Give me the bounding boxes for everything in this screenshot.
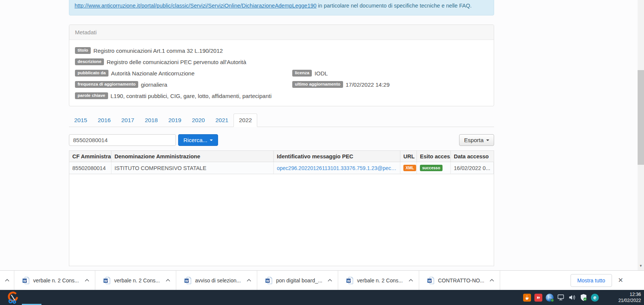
info-banner-text: in particolare nel documento di specific… xyxy=(316,3,472,9)
chevron-down-icon xyxy=(210,139,213,141)
main-content: http://www.anticorruzione.it/portal/publ… xyxy=(69,0,494,270)
tab-2017[interactable]: 2017 xyxy=(116,113,139,127)
ultimo-aggiornamento-value: 17/02/2022 14:29 xyxy=(346,81,390,88)
cell-denominazione: ISTITUTO COMPRENSIVO STATALE xyxy=(111,162,274,174)
download-item[interactable]: W pon digital board_....doc xyxy=(257,271,338,290)
clock-date: 21/02/2022 xyxy=(618,297,641,303)
scrollbar-thumb[interactable] xyxy=(638,70,644,165)
word-doc-icon: W xyxy=(266,277,272,284)
scrollbar-down-arrow[interactable]: ▼ xyxy=(638,263,644,268)
tab-2018[interactable]: 2018 xyxy=(139,113,163,127)
table-header-row: CF Amministra... Denominazione Amministr… xyxy=(69,151,494,162)
download-item[interactable]: W avviso di selezion....docx xyxy=(176,271,257,290)
svg-text:W: W xyxy=(428,279,431,282)
word-doc-icon: W xyxy=(346,277,353,284)
download-item[interactable]: W verbale n. 2 Cons....docx xyxy=(338,271,419,290)
svg-text:W: W xyxy=(185,279,188,282)
licenza-badge: licenza xyxy=(292,70,312,77)
eset-icon[interactable]: e xyxy=(591,294,599,302)
col-esito-accesso[interactable]: Esito acces... xyxy=(417,151,451,162)
successo-badge: successo xyxy=(420,165,443,171)
defender-shield-icon[interactable] xyxy=(580,294,588,302)
svg-text:W: W xyxy=(347,279,350,282)
chevron-up-icon[interactable] xyxy=(3,276,11,285)
col-url[interactable]: URL xyxy=(400,151,417,162)
meta-row-frequenza: frequenza di aggiornamento giornaliera u… xyxy=(75,79,488,90)
globe-status-dot xyxy=(551,299,554,302)
meta-row-licenza: licenza IODL xyxy=(292,67,328,79)
tab-2015[interactable]: 2015 xyxy=(69,113,92,127)
display-network-icon[interactable] xyxy=(557,294,565,302)
tab-2016[interactable]: 2016 xyxy=(92,113,116,127)
cell-data-accesso: 16/02/2022 0... xyxy=(451,162,494,174)
frequenza-badge: frequenza di aggiornamento xyxy=(75,81,138,88)
chevron-up-icon[interactable] xyxy=(407,276,415,285)
globe-app-icon[interactable] xyxy=(546,294,554,302)
year-tabs: 2015 2016 2017 2018 2019 2020 2021 2022 xyxy=(69,114,494,127)
download-item[interactable]: W verbale n. 2 Cons....docx xyxy=(95,271,176,290)
anac-portal-link[interactable]: http://www.anticorruzione.it/portal/publ… xyxy=(75,3,316,9)
chevron-up-icon[interactable] xyxy=(245,276,253,285)
downloads-bar: W verbale n. 2 Cons....docx W verbale n.… xyxy=(0,270,644,290)
tab-2021[interactable]: 2021 xyxy=(210,113,233,127)
word-doc-icon: W xyxy=(104,277,110,284)
col-identificativo-pec[interactable]: Identificativo messaggio PEC xyxy=(274,151,400,162)
meta-row-aggiornamento: ultimo aggiornamento 17/02/2022 14:29 xyxy=(292,79,390,90)
tab-2022-active[interactable]: 2022 xyxy=(233,113,257,127)
chevron-up-icon[interactable] xyxy=(326,276,334,285)
java-icon[interactable] xyxy=(523,294,531,302)
ricerca-button[interactable]: Ricerca... xyxy=(178,134,218,146)
speaker-icon[interactable] xyxy=(568,294,576,302)
metadata-panel-title: Metadati xyxy=(75,29,97,35)
show-all-downloads-button[interactable]: Mostra tutto xyxy=(571,274,612,287)
titolo-value: Registro comunicazioni Art.1 comma 32 L.… xyxy=(93,48,223,54)
cell-cf: 85502080014 xyxy=(69,162,111,174)
chevron-up-icon[interactable] xyxy=(83,276,91,285)
col-cf-amministrazione[interactable]: CF Amministra... xyxy=(69,151,111,162)
chevron-up-icon[interactable] xyxy=(164,276,172,285)
tab-2019[interactable]: 2019 xyxy=(163,113,186,127)
svg-text:W: W xyxy=(23,279,26,282)
table-row: 85502080014 ISTITUTO COMPRENSIVO STATALE… xyxy=(69,162,494,174)
titolo-badge: titolo xyxy=(75,47,91,54)
xml-badge[interactable]: XML xyxy=(403,165,416,171)
taskbar-clock[interactable]: 12:36 21/02/2022 xyxy=(618,290,641,305)
download-filename: CONTRATTO-NO....docx xyxy=(438,277,484,284)
vertical-scrollbar[interactable]: ▼ xyxy=(638,0,644,270)
download-item[interactable]: W verbale n. 2 Cons....docx xyxy=(14,271,95,290)
frequenza-value: giornaliera xyxy=(141,81,167,88)
meta-row-parole-chiave: parole chiave L190, contratti pubblici, … xyxy=(75,90,488,101)
col-denominazione[interactable]: Denominazione Amministrazione xyxy=(111,151,274,162)
results-table: CF Amministra... Denominazione Amministr… xyxy=(69,150,494,266)
chevron-up-icon[interactable] xyxy=(488,276,496,285)
pubblicato-da-value: Autorità Nazionale Anticorruzione xyxy=(111,70,195,77)
clock-time: 12:36 xyxy=(630,291,641,297)
red-app-icon[interactable] xyxy=(534,294,542,302)
pec-message-link[interactable]: opec296.20220126113101.33376.759.1.23@pe… xyxy=(277,165,397,171)
browser-page: http://www.anticorruzione.it/portal/publ… xyxy=(0,0,644,270)
system-tray: e xyxy=(523,290,599,305)
download-filename: pon digital board_....doc xyxy=(276,277,322,284)
svg-text:W: W xyxy=(104,279,107,282)
metadata-panel-body: titolo Registro comunicazioni Art.1 comm… xyxy=(69,40,494,101)
esporta-button[interactable]: Esporta xyxy=(459,134,494,146)
search-input[interactable] xyxy=(69,134,176,146)
chevron-down-icon xyxy=(486,139,489,141)
download-filename: verbale n. 2 Cons....docx xyxy=(33,277,79,284)
metadata-panel-header: Metadati xyxy=(69,25,494,40)
pubblicato-da-badge: pubblicato da xyxy=(75,70,108,77)
download-filename: verbale n. 2 Cons....docx xyxy=(357,277,403,284)
word-doc-icon: W xyxy=(427,277,434,284)
ultimo-aggiornamento-badge: ultimo aggiornamento xyxy=(292,81,343,88)
snipping-tool-icon[interactable] xyxy=(6,291,19,304)
col-data-accesso[interactable]: Data accesso xyxy=(451,151,494,162)
tab-2020[interactable]: 2020 xyxy=(186,113,210,127)
download-item[interactable]: W CONTRATTO-NO....docx xyxy=(419,271,500,290)
windows-taskbar: e 12:36 21/02/2022 xyxy=(0,290,644,305)
download-item-partial[interactable] xyxy=(0,271,14,290)
parole-chiave-value: L190, contratti pubblici, CIG, gare, lot… xyxy=(111,93,272,99)
licenza-value: IODL xyxy=(314,70,328,77)
meta-row-descrizione: descrizione Registro delle comunicazioni… xyxy=(75,56,488,67)
metadata-panel: Metadati titolo Registro comunicazioni A… xyxy=(69,25,494,106)
close-downloads-bar-icon[interactable]: ✕ xyxy=(618,276,623,284)
